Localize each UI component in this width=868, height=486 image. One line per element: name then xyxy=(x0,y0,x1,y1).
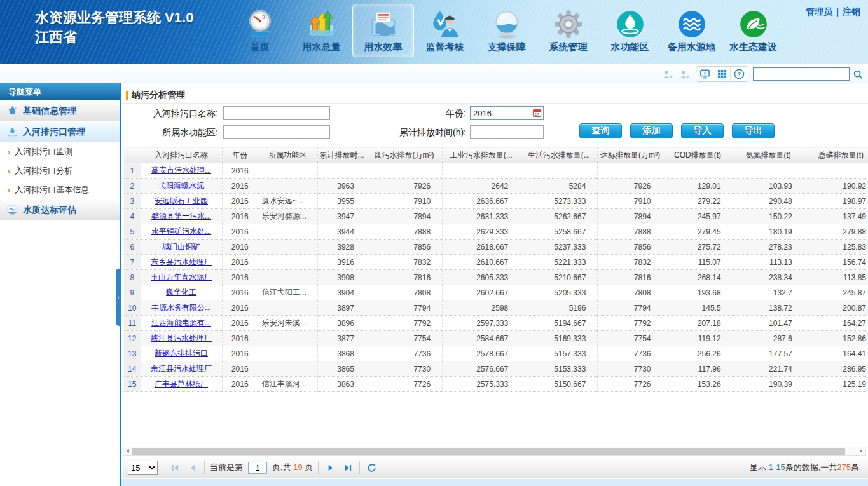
scrollbar-thumb[interactable] xyxy=(132,448,845,455)
query-button[interactable]: 查询 xyxy=(579,123,622,138)
monitor-alert-icon[interactable] xyxy=(696,67,713,81)
standard-discharge-cell: 7910 xyxy=(598,194,663,209)
column-header-4[interactable]: 累计排放时... xyxy=(317,147,366,163)
logout-link[interactable]: 注销 xyxy=(843,6,860,17)
outfall-name-link[interactable]: 余江县污水处理厂 xyxy=(151,364,212,373)
table-row: 12峡江县污水处理厂2016387777542584.6675169.33377… xyxy=(124,331,868,346)
calendar-icon[interactable]: 17 xyxy=(532,108,542,118)
column-header-0[interactable] xyxy=(124,147,141,163)
column-header-5[interactable]: 废污水排放(万m³) xyxy=(366,147,442,163)
outfall-name-cell: 广丰县芦林纸厂 xyxy=(141,377,222,392)
outfall-name-link[interactable]: 玉山万年青水泥厂 xyxy=(151,273,212,281)
sidebar-item-outfall-basic-info[interactable]: ›入河排污口基本信息 xyxy=(0,180,120,199)
horizontal-scrollbar[interactable] xyxy=(123,447,866,456)
outfall-name-link[interactable]: 安远版石工业园 xyxy=(155,196,208,205)
scroll-right-icon[interactable] xyxy=(857,447,865,455)
user-icon[interactable] xyxy=(679,68,691,81)
cod-discharge-cell: 279.22 xyxy=(663,194,733,209)
column-header-7[interactable]: 生活污水排放量(... xyxy=(520,147,598,163)
cod-discharge-cell: 153.26 xyxy=(663,377,733,392)
function-zone-cell xyxy=(258,270,317,285)
column-header-10[interactable]: 氨氮排放量(t) xyxy=(733,147,804,163)
function-zone-cell: 濂水安远~... xyxy=(258,194,317,209)
grid-icon[interactable] xyxy=(713,67,731,81)
standard-discharge-cell xyxy=(598,163,663,179)
column-header-11[interactable]: 总磷排放量(t) xyxy=(804,147,868,163)
outfall-name-link[interactable]: 城门山铜矿 xyxy=(162,242,200,251)
nav-item-water-total[interactable]: 用水总量 xyxy=(291,4,352,57)
outfall-name-link[interactable]: 江西海能电源有... xyxy=(151,318,211,327)
last-page-button[interactable] xyxy=(341,461,354,475)
outfall-name-input[interactable] xyxy=(223,106,330,120)
column-header-8[interactable]: 达标排放量(万m³) xyxy=(598,147,663,163)
search-icon[interactable] xyxy=(851,67,864,81)
year-cell: 2016 xyxy=(222,285,258,300)
outfall-name-link[interactable]: 高安市污水处理... xyxy=(151,166,211,175)
discharge-time-input[interactable] xyxy=(470,125,544,139)
outfall-name-link[interactable]: 峡江县污水处理厂 xyxy=(151,334,212,342)
column-header-3[interactable]: 所属功能区 xyxy=(258,147,317,163)
prev-page-button[interactable] xyxy=(186,461,199,475)
svg-text:17: 17 xyxy=(535,112,539,116)
water-function-zone-input[interactable] xyxy=(223,125,330,139)
current-page-input[interactable] xyxy=(248,462,267,474)
sidebar: 导航菜单 基础信息管理入河排污口管理›入河排污口监测›入河排污口分析›入河排污口… xyxy=(0,83,120,486)
sidebar-item-outfall-monitor[interactable]: ›入河排污口监测 xyxy=(0,142,120,161)
nav-item-home[interactable]: 3首页 xyxy=(229,4,291,57)
data-table: 入河排污口名称年份所属功能区累计排放时...废污水排放(万m³)工业污水排放量(… xyxy=(124,147,868,392)
scroll-left-icon[interactable] xyxy=(123,447,132,455)
next-page-button[interactable] xyxy=(324,461,336,475)
domestic-discharge-cell: 5205.333 xyxy=(520,285,598,300)
outfall-name-link[interactable]: 丰源水务有限公... xyxy=(151,303,211,312)
outfall-name-link[interactable]: 新钢东排排污口 xyxy=(155,349,208,358)
outfall-name-link[interactable]: 东乡县污水处理厂 xyxy=(151,257,212,266)
outfall-name-link[interactable]: 广丰县芦林纸厂 xyxy=(155,379,208,388)
page-size-select[interactable]: 15 xyxy=(128,461,158,475)
sidebar-item-basic-info[interactable]: 基础信息管理 xyxy=(0,100,120,121)
svg-text:3: 3 xyxy=(262,14,265,20)
wastewater-discharge-cell: 7894 xyxy=(366,209,442,224)
refresh-button[interactable] xyxy=(365,461,378,475)
year-input[interactable] xyxy=(471,109,532,118)
page-label-suffix: 页,共 19 页 xyxy=(272,462,313,473)
nav-item-water-efficiency[interactable]: 用水效率 xyxy=(352,4,414,57)
outfall-name-link[interactable]: 巍华化工 xyxy=(166,288,196,297)
table-row: 13新钢东排排污口2016386877362578.6675157.333773… xyxy=(124,346,868,361)
outfall-name-label: 入河排污口名称: xyxy=(121,106,218,121)
nav-item-water-ecology[interactable]: 水生态建设 xyxy=(722,4,784,57)
export-button[interactable]: 导出 xyxy=(732,123,775,138)
first-page-button[interactable] xyxy=(169,461,181,475)
nav-item-support[interactable]: 支撑保障 xyxy=(476,4,537,57)
search-input[interactable] xyxy=(753,67,850,81)
sidebar-item-outfall-analysis[interactable]: ›入河排污口分析 xyxy=(0,161,120,180)
title-accent-bar xyxy=(126,91,128,100)
user-icon[interactable] xyxy=(661,68,674,81)
nav-item-system[interactable]: 系统管理 xyxy=(537,4,599,57)
help-icon[interactable]: ? xyxy=(731,67,748,81)
sidebar-item-label: 入河排污口基本信息 xyxy=(15,184,89,196)
domestic-discharge-cell: 5237.333 xyxy=(520,240,598,255)
nav-item-supervision[interactable]: 监督考核 xyxy=(414,4,476,57)
cumulative-time-cell: 3947 xyxy=(317,209,366,224)
year-cell: 2016 xyxy=(222,300,258,316)
pager-separator xyxy=(318,461,319,474)
industrial-discharge-cell: 2584.667 xyxy=(443,331,520,346)
import-button[interactable]: 导入 xyxy=(681,123,724,138)
sidebar-item-water-quality-eval[interactable]: 水质达标评估 xyxy=(0,199,120,220)
column-header-9[interactable]: COD排放量(t) xyxy=(663,147,733,163)
table-row: 3安远版石工业园2016濂水安远~...395579102636.6675273… xyxy=(124,194,868,209)
outfall-name-link[interactable]: 婺源县第一污水... xyxy=(151,212,211,220)
domestic-discharge-cell: 5258.667 xyxy=(520,224,598,240)
sidebar-collapse-handle[interactable]: ‹ xyxy=(116,269,121,326)
column-header-6[interactable]: 工业污水排放量(... xyxy=(443,147,520,163)
nav-item-backup-water-source[interactable]: 备用水源地 xyxy=(661,4,722,57)
sidebar-item-outfall-mgmt[interactable]: 入河排污口管理 xyxy=(0,121,120,142)
nav-item-water-function-zone[interactable]: 水功能区 xyxy=(599,4,661,57)
outfall-name-link[interactable]: 永平铜矿污水处... xyxy=(151,227,211,236)
column-header-1[interactable]: 入河排污口名称 xyxy=(141,147,222,163)
table-row: 9巍华化工2016信江弋阳工...390478082602.6675205.33… xyxy=(124,285,868,300)
outfall-name-link[interactable]: 弋阳海螺水泥 xyxy=(158,181,204,190)
column-header-2[interactable]: 年份 xyxy=(222,147,258,163)
industrial-discharge-cell: 2575.333 xyxy=(443,377,520,392)
add-button[interactable]: 添加 xyxy=(630,123,673,138)
